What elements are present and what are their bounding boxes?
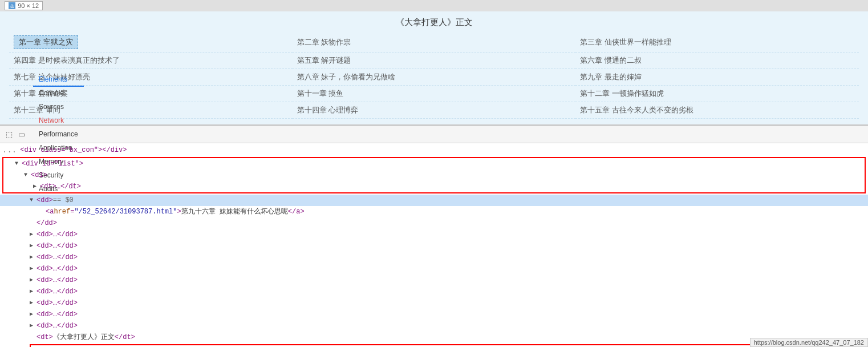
code-line-anchor1: <a href="/52_52642/31093787.html">第九十六章 … xyxy=(0,206,868,217)
code-line-dd-collapsed: <dd>…</dd> xyxy=(0,252,868,263)
devtools-tab-network[interactable]: Network xyxy=(33,114,84,128)
code-line-dt-tag: <dt>…</dt> xyxy=(3,181,865,192)
chapter-cell[interactable]: 第十五章 古往今来人类不变的劣根 xyxy=(575,102,859,119)
chapter-cell[interactable]: 第二章 妖物作祟 xyxy=(293,33,576,53)
chapter-cell[interactable]: 第十二章 一顿操作猛如虎 xyxy=(575,86,859,102)
triangle-dd-c[interactable] xyxy=(30,252,36,263)
red-box-2: <dd><a href="/52_52642/25585323.html">第一… xyxy=(30,344,866,347)
triangle-dd-c[interactable] xyxy=(30,229,36,240)
triangle-dd-c[interactable] xyxy=(30,275,36,285)
code-line-dt-book: <dt>《大拿打更人》正文</dt> xyxy=(0,332,868,343)
chapter-cell[interactable]: 第九章 最走的婶婶 xyxy=(575,69,859,86)
code-line-dd-close: </dd> xyxy=(0,217,868,229)
triangle-dd-c[interactable] xyxy=(30,309,36,320)
devtools-panel: ⬚ ▭ ElementsConsoleSourcesNetworkPerform… xyxy=(0,125,868,347)
chapter-cell[interactable]: 第三章 仙侠世界一样能推理 xyxy=(575,33,859,53)
code-line-dd-collapsed: <dd>…</dd> xyxy=(0,286,868,297)
code-line-dd-collapsed: <dd>…</dd> xyxy=(0,275,868,286)
book-title: 《大拿打更人》正文 xyxy=(9,17,859,28)
devtools-tabs[interactable]: ⬚ ▭ ElementsConsoleSourcesNetworkPerform… xyxy=(0,126,868,143)
chapter-table: 第一章 牢狱之灾第二章 妖物作祟第三章 仙侠世界一样能推理第四章 是时候表演真正… xyxy=(9,33,859,119)
triangle-dd-c[interactable] xyxy=(30,321,36,331)
code-line-dd-collapsed: <dd>…</dd> xyxy=(0,309,868,320)
element-dimensions: 90 × 12 xyxy=(18,2,39,9)
chapter-grid: 《大拿打更人》正文 第一章 牢狱之灾第二章 妖物作祟第三章 仙侠世界一样能推理第… xyxy=(0,11,868,124)
triangle-dt-tag[interactable] xyxy=(33,181,40,192)
triangle-dd-c[interactable] xyxy=(30,264,36,274)
devtools-tab-elements[interactable]: Elements xyxy=(33,73,84,87)
code-line-dd-collapsed: <dd>…</dd> xyxy=(0,229,868,240)
elements-panel: ...<div class="bx_con"></div><div id="li… xyxy=(0,143,868,347)
chapter-cell[interactable]: 第五章 解开谜题 xyxy=(293,53,576,69)
code-line-dd-collapsed: <dd>…</dd> xyxy=(0,240,868,252)
chapter-cell[interactable]: 第十一章 摸鱼 xyxy=(293,86,576,102)
code-line-dd-selected: <dd> == $0 xyxy=(0,195,868,206)
device-icon[interactable]: ▭ xyxy=(17,130,26,139)
devtools-tab-console[interactable]: Console xyxy=(33,87,84,100)
triangle-dd-c[interactable] xyxy=(30,287,36,297)
code-line: ...<div class="bx_con"></div> xyxy=(0,144,868,156)
url-bar: https://blog.csdn.net/qq242_47_07_182 xyxy=(750,338,868,347)
triangle-dd-c[interactable] xyxy=(30,241,36,251)
triangle-dd[interactable] xyxy=(30,195,36,205)
code-line-dd-collapsed: <dd>…</dd> xyxy=(0,263,868,275)
triangle-dd-c[interactable] xyxy=(30,298,36,308)
code-line-dd-collapsed: <dd>…</dd> xyxy=(0,297,868,309)
element-tag-letter: a xyxy=(9,2,15,9)
code-line-div-list-tag: <div id="list"> xyxy=(3,158,865,170)
devtools-tab-sources[interactable]: Sources xyxy=(33,100,84,114)
code-tag: <div class="bx_con"></div> xyxy=(20,145,127,155)
devtools-tab-performance[interactable]: Performance xyxy=(33,128,84,142)
chapter-cell[interactable]: 第十四章 心理博弈 xyxy=(293,102,576,119)
triangle-dl-tag[interactable] xyxy=(24,170,31,180)
element-tooltip: a 90 × 12 xyxy=(5,1,43,10)
devtools-icon-group: ⬚ ▭ xyxy=(5,130,26,139)
tooltip-bar: a 90 × 12 xyxy=(0,0,868,11)
chapter-cell[interactable]: 第四章 是时候表演真正的技术了 xyxy=(9,53,293,69)
red-box-1: <div id="list"><dl><dt>…</dt> xyxy=(2,157,866,193)
code-line-dd-collapsed: <dd>…</dd> xyxy=(0,320,868,332)
code-line-dl-tag: <dl> xyxy=(3,170,865,181)
chapter-cell[interactable]: 第六章 惯通的二叔 xyxy=(575,53,859,69)
triangle-div-list-tag[interactable] xyxy=(15,159,22,169)
chapter-cell[interactable]: 第一章 牢狱之灾 xyxy=(9,33,293,53)
ellipsis-dots: ... xyxy=(2,145,17,155)
chapter-cell[interactable]: 第八章 妹子，你偷看为兄做啥 xyxy=(293,69,576,86)
inspect-icon[interactable]: ⬚ xyxy=(5,130,14,139)
